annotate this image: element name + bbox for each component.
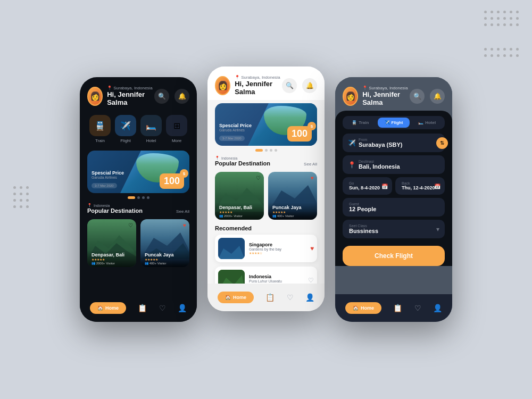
profile-icon-1[interactable]: 👤: [178, 304, 187, 312]
tab-hotel[interactable]: 🛏️ Hotel: [411, 118, 443, 128]
section-label-2: 📍 Indonesia: [215, 156, 270, 160]
class-label: Seet Class: [349, 224, 438, 228]
profile-icon-2[interactable]: 👤: [305, 293, 314, 302]
banner-date-1: 3-7 Mar 2020: [92, 183, 117, 188]
home-button-1[interactable]: 🏠 Home: [90, 302, 126, 314]
from-label: From: [359, 138, 438, 142]
calendar-back-icon: 📅: [434, 183, 440, 189]
bottom-nav-3: 🏠 Home 📋 ♡ 👤: [335, 294, 452, 322]
cat-label-flight-1: Flight: [120, 138, 131, 143]
greeting-1: Hi, Jennifer Salma: [107, 90, 154, 106]
search-icon-3[interactable]: 🔍: [410, 89, 425, 104]
home-button-3[interactable]: 🏠 Home: [345, 302, 381, 314]
from-value: Surabaya (SBY): [359, 142, 438, 148]
back-label: Back: [402, 181, 438, 185]
list-icon-1[interactable]: 📋: [138, 304, 147, 312]
header-icons-1: 🔍 🔔: [154, 89, 189, 104]
phone-1: 👩 📍 Surabaya, Indonesia Hi, Jennifer Sal…: [80, 77, 197, 322]
avatar-3: 👩: [343, 87, 358, 106]
check-flight-button[interactable]: Check Flight: [343, 246, 445, 266]
list-icon-3[interactable]: 📋: [393, 304, 402, 312]
banner-airline-2: Garuda Airlines: [219, 128, 252, 132]
location-icon: 📍: [348, 161, 356, 169]
banner-price-2: $ 100: [287, 126, 312, 142]
class-field[interactable]: Seet Class Bussiness ▾: [343, 220, 445, 238]
heart-nav-icon-2[interactable]: ♡: [287, 293, 294, 302]
rec-heart-singapore[interactable]: ♥: [310, 245, 314, 252]
banner-text-1: Spescial Price Garuda Airlines 3-7 Mar 2…: [92, 170, 124, 189]
avatar-1: 👩: [87, 87, 103, 106]
dest-field[interactable]: 📍 Destinasi Bali, Indonesia: [343, 155, 445, 174]
dest-row-2: ♡ Denpasar, Bali ★★★★★ 👥 2000+ Visitor ♥…: [207, 169, 325, 223]
heart-icon-bali-2[interactable]: ♡: [256, 175, 261, 181]
banner-airline-1: Garuda Airlines: [92, 176, 124, 179]
tabs-row: 🚆 Train ✈️ Flight 🛏️ Hotel: [343, 116, 445, 129]
see-all-1[interactable]: See All: [176, 209, 189, 214]
train-icon-1: 🚆: [89, 115, 111, 136]
greeting-3: Hi, Jennifer Salma: [362, 90, 410, 106]
cat-hotel-1[interactable]: 🛏️ Hotel: [140, 115, 162, 143]
bell-icon-3[interactable]: 🔔: [430, 89, 445, 104]
rec-img-singapore: [218, 238, 245, 259]
popular-header-2: 📍 Indonesia Popular Destination See All: [207, 154, 325, 169]
dest-info-bali-2: Denpasar, Bali ★★★★★ 👥 2000+ Visitor: [215, 203, 264, 220]
plane-icon: ✈️: [348, 139, 356, 147]
cat-flight-1[interactable]: ✈️ Flight: [115, 115, 136, 143]
dest-card-bali-2[interactable]: ♡ Denpasar, Bali ★★★★★ 👥 2000+ Visitor: [215, 172, 264, 220]
guest-field[interactable]: Guest 12 People: [343, 198, 445, 217]
heart-icon-puncak-2[interactable]: ♥: [311, 175, 314, 181]
banner-price-1: $ 100: [160, 173, 184, 189]
rec-title: Recomended: [215, 225, 317, 231]
cat-label-hotel-1: Hotel: [146, 138, 156, 143]
more-icon-1: ⊞: [166, 115, 187, 136]
banner-price-icon-1: $: [180, 169, 188, 178]
chevron-down-icon: ▾: [436, 226, 439, 233]
cat-label-more-1: More: [172, 138, 181, 143]
dest-card-puncak-1[interactable]: ♥ Puncak Jaya ★★★★★ 👥 400+ Visitor: [140, 219, 189, 267]
cat-train-1[interactable]: 🚆 Train: [89, 115, 111, 143]
home-button-2[interactable]: 🏠 Home: [218, 292, 254, 303]
booking-panel: 🚆 Train ✈️ Flight 🛏️ Hotel ✈️ From Surab…: [335, 111, 452, 266]
rec-card-singapore[interactable]: Singapore Gardens by the bay ★★★★✩ ♥: [215, 235, 317, 262]
tab-flight[interactable]: ✈️ Flight: [378, 118, 410, 128]
go-field[interactable]: Go Sun, 8-4-2020 📅: [343, 177, 392, 195]
rec-heart-indonesia[interactable]: ♡: [308, 277, 314, 284]
list-icon-2[interactable]: 📋: [265, 293, 275, 302]
greeting-2: Hi, Jennifer Salma: [235, 80, 282, 96]
swap-button[interactable]: ⇅: [436, 137, 448, 149]
dest-info-puncak-2: Puncak Jaya ★★★★★ 👥 400+ Visitor: [268, 203, 317, 220]
location-2: 📍 Surabaya, Indonesia: [235, 75, 282, 80]
dates-row: Go Sun, 8-4-2020 📅 Back Thu, 12-4-2020 📅: [343, 177, 445, 195]
bottom-nav-2: 🏠 Home 📋 ♡ 👤: [207, 284, 325, 311]
hotel-icon-1: 🛏️: [140, 115, 162, 136]
avatar-2: 👩: [215, 76, 230, 95]
dest-info-puncak-1: Puncak Jaya ★★★★★ 👥 400+ Visitor: [140, 250, 189, 267]
profile-icon-3[interactable]: 👤: [433, 304, 442, 312]
bell-icon-2[interactable]: 🔔: [302, 78, 317, 93]
bottom-nav-1: 🏠 Home 📋 ♡ 👤: [80, 294, 197, 322]
dest-card-bali-1[interactable]: ♡ Denpasar, Bali ★★★★★ 👥 2000+ Visitor: [87, 219, 136, 267]
banner-title-1: Spescial Price: [92, 170, 124, 176]
user-info-2: 👩 📍 Surabaya, Indonesia Hi, Jennifer Sal…: [215, 75, 282, 96]
dest-card-puncak-2[interactable]: ♥ Puncak Jaya ★★★★★ 👥 400+ Visitor: [268, 172, 317, 220]
heart-nav-icon-3[interactable]: ♡: [414, 304, 421, 312]
tab-train[interactable]: 🚆 Train: [344, 118, 377, 128]
banner-date-2: 3-7 Mar 2020: [219, 136, 245, 141]
back-field[interactable]: Back Thu, 12-4-2020 📅: [395, 177, 445, 195]
user-info-1: 👩 📍 Surabaya, Indonesia Hi, Jennifer Sal…: [87, 86, 154, 106]
section-title-2: Popular Destination: [215, 160, 270, 167]
search-icon-2[interactable]: 🔍: [282, 78, 297, 93]
phone-3: 👩 📍 Surabaya, Indonesia Hi, Jennifer Sal…: [335, 77, 452, 322]
popular-header-1: 📍 Indonesia Popular Destination See All: [80, 201, 197, 216]
bell-icon-1[interactable]: 🔔: [174, 89, 189, 104]
from-field[interactable]: ✈️ From Surabaya (SBY) ⇅: [343, 134, 445, 152]
heart-icon-puncak-1[interactable]: ♥: [183, 222, 186, 228]
search-icon-1[interactable]: 🔍: [154, 89, 169, 104]
phone3-header: 👩 📍 Surabaya, Indonesia Hi, Jennifer Sal…: [335, 77, 452, 111]
see-all-2[interactable]: See All: [304, 162, 317, 167]
section-title-1: Popular Destination: [87, 207, 143, 214]
heart-nav-icon-1[interactable]: ♡: [159, 304, 166, 312]
user-info-3: 👩 📍 Surabaya, Indonesia Hi, Jennifer Sal…: [343, 86, 410, 106]
cat-more-1[interactable]: ⊞ More: [166, 115, 187, 143]
heart-icon-bali-1[interactable]: ♡: [128, 222, 133, 228]
